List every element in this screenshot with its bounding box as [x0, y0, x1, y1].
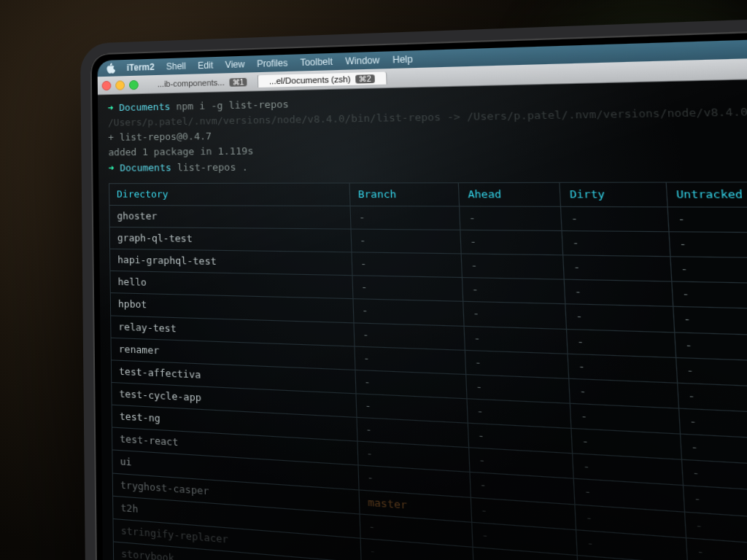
- tab-badge: ⌘2: [355, 74, 374, 83]
- terminal-body[interactable]: ➜ Documents npm i -g list-repos /Users/p…: [98, 73, 747, 560]
- td-branch: -: [350, 206, 460, 230]
- td-dirty: -: [565, 304, 674, 332]
- menubar-item-window[interactable]: Window: [345, 55, 379, 66]
- td-dirty: -: [567, 329, 676, 357]
- screen: iTerm2 Shell Edit View Profiles Toolbelt…: [97, 31, 747, 560]
- td-branch: -: [354, 322, 465, 350]
- menubar-item-profiles[interactable]: Profiles: [257, 58, 288, 69]
- td-ahead: -: [461, 254, 564, 279]
- tab-components[interactable]: ...ib-components... ⌘1: [147, 75, 259, 90]
- prompt-cwd: Documents: [120, 161, 171, 173]
- td-branch: -: [351, 229, 462, 254]
- laptop-frame: iTerm2 Shell Edit View Profiles Toolbelt…: [80, 8, 747, 560]
- td-dirty: -: [563, 255, 671, 281]
- td-branch: -: [352, 252, 462, 278]
- td-dir: graph-ql-test: [109, 227, 351, 252]
- th-branch: Branch: [349, 182, 460, 206]
- td-dirty: -: [565, 279, 673, 306]
- th-directory: Directory: [109, 183, 350, 206]
- td-ahead: -: [460, 230, 563, 255]
- prompt-cwd: Documents: [119, 101, 170, 113]
- td-branch: -: [352, 276, 463, 302]
- tab-label: ...ib-components...: [158, 78, 225, 89]
- tab-label: ...el/Documents (zsh): [269, 74, 351, 86]
- td-ahead: -: [460, 206, 562, 231]
- prompt-cmd: list-repos .: [177, 161, 248, 173]
- menubar-item-shell[interactable]: Shell: [166, 61, 186, 71]
- td-untracked: -: [667, 207, 747, 233]
- list-repos-table: Directory Branch Ahead Dirty Untracked S…: [109, 181, 747, 560]
- apple-logo-icon: [106, 63, 115, 73]
- td-dirty: -: [562, 230, 670, 256]
- td-ahead: -: [463, 302, 567, 329]
- td-dir: ghoster: [109, 205, 351, 229]
- tab-badge: ⌘1: [229, 77, 247, 86]
- th-dirty: Dirty: [560, 182, 667, 207]
- close-icon[interactable]: [102, 80, 112, 90]
- minimize-icon[interactable]: [115, 80, 125, 90]
- th-ahead: Ahead: [459, 182, 562, 206]
- td-untracked: -: [686, 537, 747, 560]
- menubar-item-view[interactable]: View: [225, 59, 245, 70]
- menubar-item-edit[interactable]: Edit: [198, 60, 213, 71]
- td-ahead: -: [464, 326, 568, 354]
- menubar-app-title[interactable]: iTerm2: [127, 62, 155, 73]
- menubar-item-help[interactable]: Help: [392, 54, 413, 66]
- prompt-arrow-icon: ➜: [108, 102, 114, 113]
- tab-documents[interactable]: ...el/Documents (zsh) ⌘2: [258, 71, 387, 88]
- td-untracked: -: [669, 232, 747, 259]
- menubar-item-toolbelt[interactable]: Toolbelt: [300, 56, 333, 68]
- maximize-icon[interactable]: [129, 79, 139, 90]
- window-traffic-lights: [102, 79, 139, 90]
- td-ahead: -: [462, 278, 566, 304]
- td-branch: -: [353, 299, 465, 326]
- prompt-arrow-icon: ➜: [109, 162, 115, 173]
- td-dirty: -: [561, 206, 669, 232]
- prompt-cmd: npm i -g list-repos: [176, 98, 289, 112]
- td-untracked: -: [670, 257, 747, 285]
- th-untracked: Untracked: [666, 182, 747, 207]
